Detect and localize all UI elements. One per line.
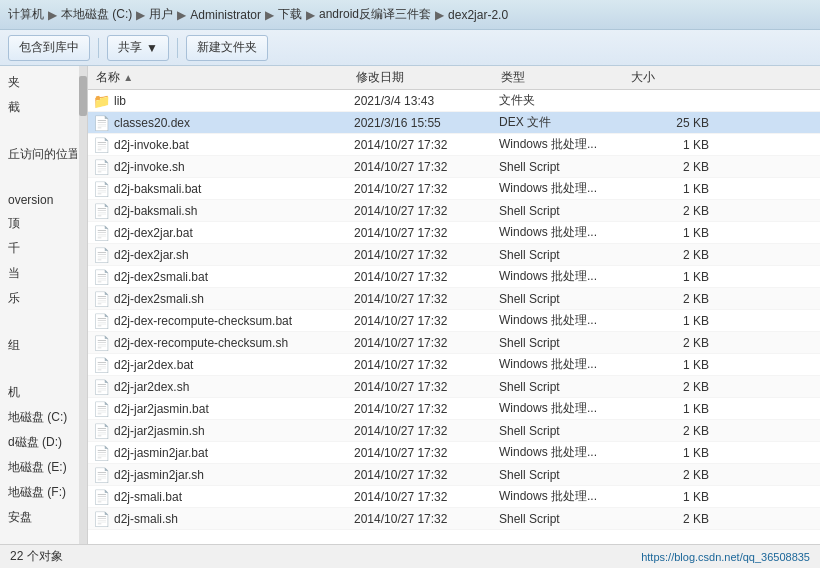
sidebar-items: 夹 截 丘访问的位置 oversion 顶 千 当 乐 组 机 地磁盘 (C:)… — [0, 66, 87, 534]
sidebar-scroll-thumb[interactable] — [79, 76, 87, 116]
sidebar-item-8[interactable] — [0, 311, 77, 333]
sidebar-item-group[interactable]: 组 — [0, 333, 77, 358]
col-header-type[interactable]: 类型 — [497, 69, 627, 86]
file-date: 2014/10/27 17:32 — [354, 248, 499, 262]
sidebar-item-machine[interactable]: 机 — [0, 380, 77, 405]
file-name: d2j-baksmali.bat — [114, 182, 354, 196]
sidebar-scrollbar[interactable] — [79, 66, 87, 544]
file-date: 2014/10/27 17:32 — [354, 446, 499, 460]
file-type: Shell Script — [499, 380, 629, 394]
sidebar-item-0[interactable]: 夹 — [0, 70, 77, 95]
table-row[interactable]: 📄d2j-baksmali.bat2014/10/27 17:32Windows… — [88, 178, 820, 200]
sidebar-item-recent[interactable]: 丘访问的位置 — [0, 142, 77, 167]
status-link[interactable]: https://blog.csdn.net/qq_36508835 — [641, 551, 810, 563]
sidebar-item-c[interactable]: 地磁盘 (C:) — [0, 405, 77, 430]
file-type: Shell Script — [499, 512, 629, 526]
title-bar: 计算机 ▶ 本地磁盘 (C:) ▶ 用户 ▶ Administrator ▶ 下… — [0, 0, 820, 30]
table-row[interactable]: 📄d2j-dex-recompute-checksum.sh2014/10/27… — [88, 332, 820, 354]
table-row[interactable]: 📄d2j-invoke.sh2014/10/27 17:32Shell Scri… — [88, 156, 820, 178]
file-date: 2014/10/27 17:32 — [354, 292, 499, 306]
bat-icon: 📄 — [92, 181, 110, 197]
file-date: 2014/10/27 17:32 — [354, 160, 499, 174]
file-name: d2j-dex2smali.sh — [114, 292, 354, 306]
toolbar-divider-2 — [177, 38, 178, 58]
file-type: Windows 批处理... — [499, 400, 629, 417]
col-header-name[interactable]: 名称 ▲ — [92, 69, 352, 86]
status-bar: 22 个对象 https://blog.csdn.net/qq_36508835 — [0, 544, 820, 568]
sidebar-item-d[interactable]: d磁盘 (D:) — [0, 430, 77, 455]
file-date: 2014/10/27 17:32 — [354, 204, 499, 218]
file-date: 2014/10/27 17:32 — [354, 270, 499, 284]
sidebar: 夹 截 丘访问的位置 oversion 顶 千 当 乐 组 机 地磁盘 (C:)… — [0, 66, 88, 544]
sh-icon: 📄 — [92, 467, 110, 483]
table-row[interactable]: 📄d2j-dex-recompute-checksum.bat2014/10/2… — [88, 310, 820, 332]
sidebar-item-6[interactable]: 当 — [0, 261, 77, 286]
sidebar-item-4[interactable]: 顶 — [0, 211, 77, 236]
file-name: d2j-dex-recompute-checksum.bat — [114, 314, 354, 328]
file-type: 文件夹 — [499, 92, 629, 109]
file-size: 2 KB — [629, 512, 709, 526]
sidebar-item-1[interactable]: 截 — [0, 95, 77, 120]
breadcrumb-downloads[interactable]: 下载 — [278, 6, 302, 23]
breadcrumb-admin[interactable]: Administrator — [190, 8, 261, 22]
toolbar-divider-1 — [98, 38, 99, 58]
status-count: 22 个对象 — [10, 548, 63, 565]
table-row[interactable]: 📄d2j-jar2jasmin.bat2014/10/27 17:32Windo… — [88, 398, 820, 420]
bat-icon: 📄 — [92, 445, 110, 461]
file-date: 2021/3/4 13:43 — [354, 94, 499, 108]
table-row[interactable]: 📄d2j-dex2jar.sh2014/10/27 17:32Shell Scr… — [88, 244, 820, 266]
sidebar-item-e[interactable]: 地磁盘 (E:) — [0, 455, 77, 480]
file-name: d2j-invoke.sh — [114, 160, 354, 174]
table-row[interactable]: 📄d2j-jar2jasmin.sh2014/10/27 17:32Shell … — [88, 420, 820, 442]
table-row[interactable]: 📄d2j-dex2jar.bat2014/10/27 17:32Windows … — [88, 222, 820, 244]
file-type: Windows 批处理... — [499, 444, 629, 461]
file-date: 2014/10/27 17:32 — [354, 512, 499, 526]
new-folder-button[interactable]: 新建文件夹 — [186, 35, 268, 61]
table-row[interactable]: 📄d2j-smali.bat2014/10/27 17:32Windows 批处… — [88, 486, 820, 508]
table-row[interactable]: 📄d2j-dex2smali.sh2014/10/27 17:32Shell S… — [88, 288, 820, 310]
breadcrumb: 计算机 ▶ 本地磁盘 (C:) ▶ 用户 ▶ Administrator ▶ 下… — [8, 6, 508, 23]
table-row[interactable]: 📄d2j-jar2dex.bat2014/10/27 17:32Windows … — [88, 354, 820, 376]
table-row[interactable]: 📄d2j-jasmin2jar.sh2014/10/27 17:32Shell … — [88, 464, 820, 486]
file-date: 2014/10/27 17:32 — [354, 424, 499, 438]
file-name: d2j-dex2smali.bat — [114, 270, 354, 284]
include-library-button[interactable]: 包含到库中 — [8, 35, 90, 61]
sidebar-item-7[interactable]: 乐 — [0, 286, 77, 311]
sidebar-item-2[interactable] — [0, 120, 77, 142]
share-label: 共享 — [118, 39, 142, 56]
table-row[interactable]: 📄d2j-dex2smali.bat2014/10/27 17:32Window… — [88, 266, 820, 288]
breadcrumb-dex2jar[interactable]: dex2jar-2.0 — [448, 8, 508, 22]
sidebar-item-5[interactable]: 千 — [0, 236, 77, 261]
sidebar-item-conversion[interactable]: oversion — [0, 189, 77, 211]
sidebar-item-usb[interactable]: 安盘 — [0, 505, 77, 530]
file-name: classes20.dex — [114, 116, 354, 130]
bat-icon: 📄 — [92, 313, 110, 329]
breadcrumb-users[interactable]: 用户 — [149, 6, 173, 23]
file-size: 1 KB — [629, 138, 709, 152]
share-button[interactable]: 共享 ▼ — [107, 35, 169, 61]
file-type: Shell Script — [499, 292, 629, 306]
file-date: 2014/10/27 17:32 — [354, 336, 499, 350]
breadcrumb-computer[interactable]: 计算机 — [8, 6, 44, 23]
table-row[interactable]: 📄d2j-jar2dex.sh2014/10/27 17:32Shell Scr… — [88, 376, 820, 398]
file-type: Shell Script — [499, 468, 629, 482]
sidebar-item-9[interactable] — [0, 358, 77, 380]
breadcrumb-android[interactable]: android反编译三件套 — [319, 6, 431, 23]
col-header-size[interactable]: 大小 — [627, 69, 707, 86]
table-row[interactable]: 📄d2j-invoke.bat2014/10/27 17:32Windows 批… — [88, 134, 820, 156]
col-header-date[interactable]: 修改日期 — [352, 69, 497, 86]
table-row[interactable]: 📄d2j-baksmali.sh2014/10/27 17:32Shell Sc… — [88, 200, 820, 222]
table-row[interactable]: 📄d2j-jasmin2jar.bat2014/10/27 17:32Windo… — [88, 442, 820, 464]
sidebar-item-3[interactable] — [0, 167, 77, 189]
table-row[interactable]: 📁lib2021/3/4 13:43文件夹 — [88, 90, 820, 112]
file-list[interactable]: 📁lib2021/3/4 13:43文件夹📄classes20.dex2021/… — [88, 90, 820, 544]
file-name: d2j-jasmin2jar.bat — [114, 446, 354, 460]
table-row[interactable]: 📄d2j-smali.sh2014/10/27 17:32Shell Scrip… — [88, 508, 820, 530]
table-row[interactable]: 📄classes20.dex2021/3/16 15:55DEX 文件25 KB — [88, 112, 820, 134]
file-type: Windows 批处理... — [499, 180, 629, 197]
file-size: 2 KB — [629, 160, 709, 174]
file-type: Windows 批处理... — [499, 224, 629, 241]
breadcrumb-c-drive[interactable]: 本地磁盘 (C:) — [61, 6, 132, 23]
sidebar-item-f[interactable]: 地磁盘 (F:) — [0, 480, 77, 505]
file-size: 1 KB — [629, 182, 709, 196]
